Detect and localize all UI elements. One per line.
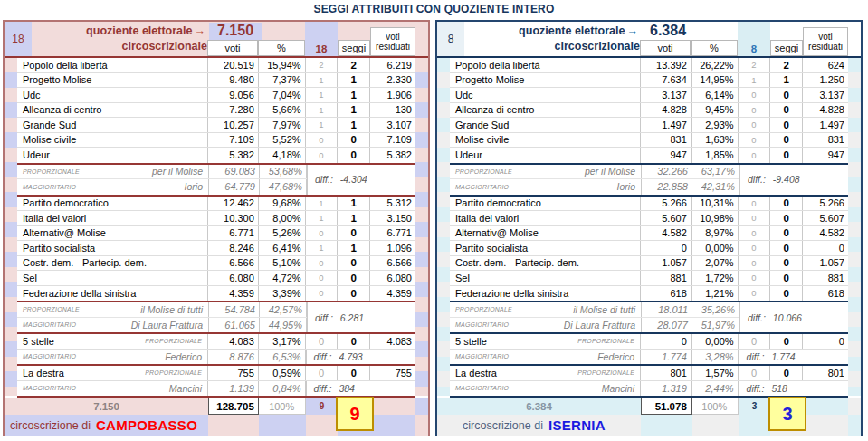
- seggi-cell[interactable]: 0: [770, 118, 803, 132]
- voti-cell[interactable]: 7.109: [208, 133, 259, 148]
- party-name-cell[interactable]: Federazione della sinistra: [17, 286, 208, 302]
- pct-cell[interactable]: 1,57%: [692, 366, 739, 380]
- column-header-pct[interactable]: %: [258, 40, 305, 56]
- party-name-cell[interactable]: Sel: [450, 271, 641, 285]
- voti-cell[interactable]: 755: [208, 366, 259, 380]
- voti-cell[interactable]: 13.392: [641, 58, 692, 72]
- residui-cell[interactable]: 1.096: [370, 241, 415, 255]
- quotient-seats-cell[interactable]: 0: [306, 256, 339, 271]
- voti-cell[interactable]: 5.382: [208, 148, 259, 163]
- seggi-cell[interactable]: 0: [770, 211, 803, 225]
- diff-cell[interactable]: diff.:-9.408: [739, 165, 848, 195]
- seggi-cell[interactable]: 0: [338, 226, 370, 241]
- quota-label-cell[interactable]: quoziente elettorale→circoscrizionale: [32, 22, 207, 56]
- party-name-cell[interactable]: Costr. dem. - Partecip. dem.: [450, 256, 641, 271]
- seggi-cell[interactable]: 1: [770, 73, 803, 88]
- pct-cell[interactable]: 4,18%: [259, 148, 306, 163]
- quotient-seats-cell[interactable]: 0: [739, 88, 771, 102]
- voti-cell[interactable]: 1.497: [641, 118, 692, 132]
- residui-cell[interactable]: 947: [803, 148, 848, 163]
- pct-cell[interactable]: 0,00%: [692, 241, 739, 255]
- seggi-cell[interactable]: 0: [338, 133, 370, 148]
- quotient-seats-cell[interactable]: 0: [306, 366, 339, 380]
- pct-cell[interactable]: 1,21%: [692, 286, 739, 302]
- pct-cell[interactable]: 2,93%: [692, 118, 739, 132]
- diff-cell[interactable]: diff.:-4.304: [307, 165, 415, 195]
- voti-cell[interactable]: 831: [641, 133, 692, 148]
- pct-cell[interactable]: 1,63%: [692, 133, 739, 148]
- minor-magg-name-cell[interactable]: MAGGIORITARIOMancini: [17, 381, 208, 397]
- quotient-seats-cell[interactable]: 1: [306, 88, 339, 102]
- voti-cell[interactable]: 6.566: [208, 256, 259, 271]
- residui-cell[interactable]: 801: [803, 366, 848, 380]
- quotient-seats-cell[interactable]: 0: [306, 133, 339, 148]
- quotient-seats-cell[interactable]: 2: [739, 58, 771, 72]
- voti-cell[interactable]: 8.246: [208, 241, 259, 255]
- voti-cell[interactable]: 9.480: [208, 73, 259, 88]
- pct-cell[interactable]: 6,14%: [692, 88, 739, 102]
- coalition-name-cell[interactable]: MAGGIORITARIODi Laura Frattura: [17, 318, 209, 333]
- residui-cell[interactable]: 4.359: [370, 286, 415, 302]
- party-name-cell[interactable]: Italia dei valori: [17, 211, 208, 225]
- coalition-name-cell[interactable]: PROPORZIONALEil Molise di tutti: [450, 302, 642, 317]
- voti-cell[interactable]: 6.771: [208, 226, 259, 241]
- voti-cell[interactable]: 10.300: [208, 211, 259, 225]
- column-header-seggi[interactable]: seggi: [770, 40, 803, 56]
- diff-cell[interactable]: diff.:384: [306, 381, 415, 397]
- diff-cell[interactable]: diff.:1.774: [739, 350, 848, 365]
- seggi-cell[interactable]: 0: [338, 271, 370, 285]
- pct-cell[interactable]: 6,41%: [259, 241, 306, 255]
- pct-cell[interactable]: 35,26%: [692, 302, 739, 317]
- pct-cell[interactable]: 7,04%: [259, 88, 306, 102]
- pct-cell[interactable]: 2,44%: [692, 381, 739, 397]
- pct-cell[interactable]: 5,52%: [259, 133, 306, 148]
- voti-cell[interactable]: 22.858: [642, 179, 692, 195]
- seggi-cell[interactable]: 1: [338, 88, 370, 102]
- voti-cell[interactable]: 8.876: [208, 350, 259, 365]
- pct-cell[interactable]: 47,68%: [260, 179, 307, 195]
- pct-cell[interactable]: 10,31%: [692, 197, 739, 211]
- seggi-cell[interactable]: 1: [338, 197, 370, 211]
- party-name-cell[interactable]: Italia dei valori: [450, 211, 641, 225]
- voti-cell[interactable]: 618: [641, 286, 692, 302]
- seggi-cell[interactable]: 0: [338, 366, 370, 380]
- total-pct-cell[interactable]: 100%: [259, 398, 306, 415]
- voti-cell[interactable]: 0: [641, 334, 692, 349]
- pct-cell[interactable]: 4,72%: [259, 271, 306, 285]
- total-quota-cell[interactable]: 6.384: [437, 398, 641, 415]
- total-pct-cell[interactable]: 100%: [692, 398, 739, 415]
- pct-cell[interactable]: 3,17%: [259, 334, 306, 349]
- seggi-cell[interactable]: 0: [338, 286, 370, 302]
- quotient-seats-cell[interactable]: 0: [306, 286, 339, 302]
- pct-cell[interactable]: 5,26%: [259, 226, 306, 241]
- voti-cell[interactable]: 54.784: [209, 302, 260, 317]
- quotient-seats-cell[interactable]: 0: [739, 286, 771, 302]
- pct-cell[interactable]: 7,97%: [259, 118, 306, 132]
- pct-cell[interactable]: 3,28%: [692, 350, 739, 365]
- pct-cell[interactable]: 9,45%: [692, 103, 739, 118]
- residui-cell[interactable]: 624: [803, 58, 848, 72]
- pct-cell[interactable]: 15,94%: [259, 58, 306, 72]
- seggi-cell[interactable]: 0: [770, 103, 803, 118]
- residui-cell[interactable]: 3.107: [370, 118, 415, 132]
- voti-cell[interactable]: 6.080: [208, 271, 259, 285]
- voti-cell[interactable]: 69.083: [209, 165, 260, 179]
- voti-cell[interactable]: 1.774: [641, 350, 692, 365]
- quotient-seats-cell[interactable]: 1: [306, 103, 339, 118]
- residui-cell[interactable]: 6.771: [370, 226, 415, 241]
- seggi-cell[interactable]: 1: [338, 241, 370, 255]
- pct-cell[interactable]: 5,10%: [259, 256, 306, 271]
- seggi-cell[interactable]: 1: [338, 103, 370, 118]
- pct-cell[interactable]: 9,68%: [259, 197, 306, 211]
- coalition-name-cell[interactable]: PROPORZIONALEper il Molise: [17, 165, 209, 179]
- party-name-cell[interactable]: Udc: [450, 88, 641, 102]
- residui-cell[interactable]: 5.382: [370, 148, 415, 163]
- party-name-cell[interactable]: Partito socialista: [450, 241, 641, 255]
- pct-cell[interactable]: 42,31%: [692, 179, 739, 195]
- party-name-cell[interactable]: Popolo della libertà: [450, 58, 641, 72]
- quotient-seats-cell[interactable]: 0: [739, 366, 771, 380]
- quotient-seats-cell[interactable]: 0: [306, 271, 339, 285]
- pct-cell[interactable]: 2,07%: [692, 256, 739, 271]
- pct-cell[interactable]: 5,66%: [259, 103, 306, 118]
- seggi-cell[interactable]: 0: [770, 88, 803, 102]
